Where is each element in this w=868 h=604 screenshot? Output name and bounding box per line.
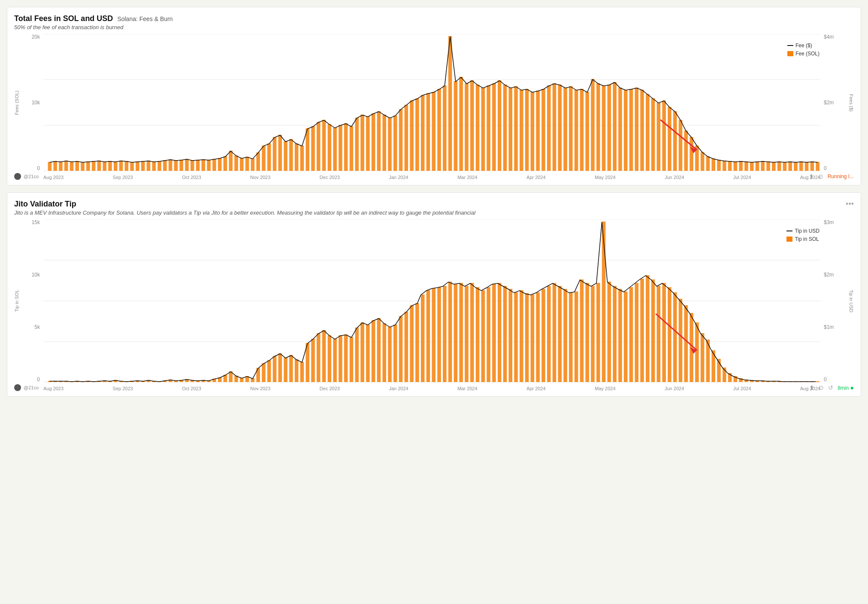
svg-rect-4 — [48, 162, 52, 171]
svg-rect-139 — [788, 161, 792, 171]
svg-rect-72 — [421, 95, 425, 171]
svg-rect-56 — [333, 127, 337, 171]
chart1-plot-area: Aug 2023 Sep 2023 Oct 2023 Nov 2023 Dec … — [43, 34, 820, 171]
svg-rect-251 — [591, 286, 595, 382]
svg-rect-227 — [459, 283, 463, 382]
chart1-x-dec2023: Dec 2023 — [320, 175, 340, 180]
svg-rect-22 — [147, 161, 151, 171]
svg-rect-102 — [585, 92, 589, 171]
chart1-container: Total Fees in SOL and USD Solana: Fees &… — [7, 7, 861, 185]
svg-rect-129 — [734, 161, 738, 171]
svg-rect-224 — [443, 286, 447, 382]
svg-rect-219 — [415, 303, 419, 382]
svg-rect-206 — [344, 334, 348, 382]
svg-rect-88 — [508, 88, 512, 171]
svg-rect-210 — [366, 325, 370, 382]
chart1-y-right-label: Fees ($) — [849, 94, 854, 112]
svg-rect-256 — [618, 289, 622, 382]
svg-rect-10 — [81, 162, 85, 171]
svg-rect-231 — [481, 290, 485, 382]
chart1-subtitle: 50% of the fee of each transaction is bu… — [14, 24, 854, 30]
svg-rect-217 — [405, 312, 408, 382]
chart2-y-tick-15k: 15k — [32, 219, 40, 225]
chart1-x-axis: Aug 2023 Sep 2023 Oct 2023 Nov 2023 Dec … — [43, 173, 820, 180]
svg-rect-238 — [520, 290, 523, 382]
svg-rect-33 — [207, 160, 211, 171]
chart1-legend-fee-sol: Fee (SOL) — [787, 51, 820, 57]
svg-rect-118 — [673, 111, 677, 171]
chart1-author: @21co — [24, 174, 39, 179]
svg-rect-12 — [92, 161, 96, 171]
svg-rect-50 — [300, 146, 304, 171]
svg-rect-95 — [547, 85, 551, 171]
svg-rect-45 — [273, 137, 277, 171]
svg-rect-89 — [514, 86, 518, 171]
chart1-header: Total Fees in SOL and USD Solana: Fees &… — [14, 14, 854, 30]
chart1-x-sep2023: Sep 2023 — [113, 175, 133, 180]
svg-rect-29 — [185, 159, 189, 171]
svg-rect-77 — [448, 36, 452, 171]
chart2-refresh-icon[interactable]: ↺ — [828, 384, 833, 391]
svg-rect-58 — [344, 123, 348, 171]
svg-rect-211 — [372, 320, 375, 382]
svg-rect-134 — [761, 161, 765, 171]
svg-rect-21 — [141, 161, 145, 171]
svg-rect-5 — [53, 161, 57, 171]
chart2-bars-group — [48, 222, 820, 382]
chart1-x-nov2023: Nov 2023 — [250, 175, 270, 180]
svg-rect-44 — [267, 143, 271, 171]
svg-rect-27 — [174, 160, 178, 171]
svg-rect-247 — [569, 292, 573, 382]
svg-rect-246 — [563, 289, 567, 382]
svg-rect-202 — [322, 330, 326, 382]
chart1-y-right-4m: $4m — [824, 34, 834, 40]
svg-rect-237 — [514, 292, 518, 382]
svg-rect-268 — [684, 305, 688, 382]
chart1-y-tick-0: 0 — [37, 165, 40, 171]
chart1-legend: Fee ($) Fee (SOL) — [787, 42, 820, 57]
svg-rect-28 — [179, 160, 183, 171]
svg-rect-223 — [437, 287, 441, 382]
svg-rect-38 — [234, 155, 238, 171]
svg-rect-39 — [240, 158, 244, 171]
svg-rect-59 — [350, 126, 354, 171]
svg-rect-18 — [125, 161, 129, 171]
svg-rect-263 — [657, 286, 661, 382]
svg-rect-60 — [355, 118, 359, 171]
svg-rect-42 — [256, 152, 260, 171]
svg-rect-92 — [531, 92, 535, 171]
svg-rect-94 — [541, 89, 545, 171]
svg-rect-141 — [799, 161, 803, 171]
svg-rect-232 — [487, 287, 490, 382]
svg-rect-265 — [668, 287, 671, 382]
svg-rect-240 — [531, 294, 535, 382]
svg-rect-292 — [816, 381, 820, 382]
svg-rect-7 — [64, 161, 68, 171]
svg-rect-105 — [602, 85, 606, 171]
svg-rect-63 — [372, 113, 375, 171]
chart1-legend-fee-dollar: Fee ($) — [787, 42, 820, 49]
svg-rect-76 — [443, 85, 447, 171]
svg-rect-48 — [289, 139, 293, 171]
svg-rect-239 — [525, 293, 529, 382]
svg-rect-255 — [613, 286, 617, 382]
svg-rect-130 — [739, 161, 743, 171]
svg-rect-8 — [70, 161, 74, 171]
svg-rect-243 — [547, 286, 551, 382]
svg-rect-119 — [679, 120, 683, 171]
svg-rect-26 — [169, 159, 172, 171]
chart2-x-nov2023: Nov 2023 — [250, 386, 270, 391]
svg-rect-52 — [311, 126, 315, 171]
svg-rect-17 — [119, 161, 123, 171]
chart2-green-dot: ● — [850, 384, 854, 391]
svg-rect-138 — [783, 162, 787, 171]
svg-rect-209 — [360, 322, 364, 382]
svg-rect-195 — [284, 358, 287, 382]
chart2-dots-menu[interactable]: ••• — [846, 200, 854, 208]
svg-rect-229 — [470, 283, 474, 382]
svg-rect-19 — [130, 162, 134, 171]
svg-rect-216 — [399, 316, 403, 382]
chart2-x-jan2024: Jan 2024 — [389, 386, 408, 391]
chart2-y-right-3m: $3m — [824, 219, 834, 225]
svg-rect-269 — [690, 313, 693, 382]
